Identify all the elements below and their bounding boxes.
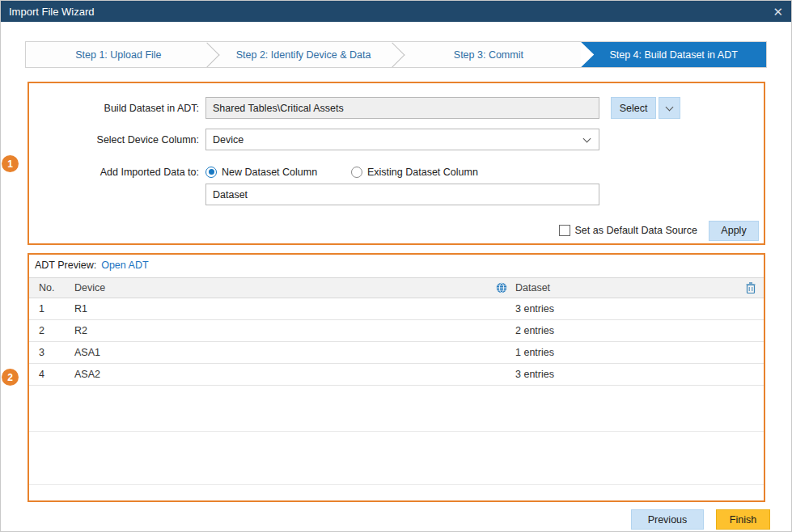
section1-footer: Set as Default Data Source Apply [29,217,764,243]
window-title: Import File Wizard [9,6,94,18]
radio-existing-dataset-column[interactable]: Existing Dataset Column [351,167,478,178]
radio-selected-icon [205,167,217,178]
globe-icon[interactable] [496,282,507,293]
select-dropdown-button[interactable] [659,97,680,119]
cell-device: R2 [74,325,515,336]
wizard-steps: Step 1: Upload File Step 2: Identify Dev… [25,41,767,68]
import-file-wizard-dialog: { "window": { "title": "Import File Wiza… [0,0,792,532]
step-4-build-dataset-adt[interactable]: Step 4: Build Dataset in ADT [581,42,766,67]
table-row[interactable]: 1 R1 3 entries [29,298,764,320]
header-dataset: Dataset [515,282,764,293]
device-column-value: Device [213,134,244,146]
radio-new-dataset-column[interactable]: New Dataset Column [205,167,351,178]
radio-new-label: New Dataset Column [222,167,317,178]
header-device-label: Device [74,282,105,293]
chevron-down-icon [583,135,591,143]
add-imported-label: Add Imported Data to: [29,167,205,178]
cell-device: ASA1 [74,347,515,358]
table-row[interactable]: 2 R2 2 entries [29,320,764,342]
previous-button[interactable]: Previous [631,509,704,530]
table-empty-area [29,432,764,485]
step-label: Step 4: Build Dataset in ADT [609,49,737,61]
device-column-select[interactable]: Device [205,129,599,150]
step-label: Step 3: Commit [454,49,523,61]
device-column-label: Select Device Column: [29,134,205,146]
adt-table: No. Device Dataset [29,277,764,500]
cell-dataset: 3 entries [515,303,764,315]
select-button[interactable]: Select [611,97,656,119]
dataset-name-input[interactable] [205,184,599,205]
step-1-upload-file[interactable]: Step 1: Upload File [26,42,211,67]
adt-preview-header: ADT Preview: Open ADT [35,260,149,271]
checkbox-icon [559,225,570,236]
adt-preview-section: ADT Preview: Open ADT No. Device Dat [28,253,765,502]
table-empty-area [29,386,764,432]
table-row[interactable]: 3 ASA1 1 entries [29,342,764,364]
trash-icon[interactable] [746,282,756,293]
adt-preview-label: ADT Preview: [35,260,96,271]
chevron-down-icon [666,103,674,111]
build-dataset-section: Build Dataset in ADT: Select Select Devi… [28,82,765,245]
section-2-badge: 2 [2,369,19,386]
build-dataset-label: Build Dataset in ADT: [29,103,205,114]
apply-button[interactable]: Apply [709,221,759,241]
open-adt-link[interactable]: Open ADT [101,260,148,271]
add-imported-row: Add Imported Data to: New Dataset Column… [29,161,764,183]
header-dataset-label: Dataset [515,282,550,293]
section-1-badge: 1 [2,155,19,172]
header-no: No. [29,282,74,293]
default-data-source-checkbox[interactable]: Set as Default Data Source [559,225,697,236]
build-dataset-path-input[interactable] [205,97,599,119]
radio-unselected-icon [351,167,362,178]
step-label: Step 1: Upload File [75,49,161,61]
radio-existing-label: Existing Dataset Column [367,167,478,178]
device-column-row: Select Device Column: Device [29,129,764,150]
step-2-identify-device-data[interactable]: Step 2: Identify Device & Data [211,42,396,67]
titlebar: Import File Wizard ✕ [1,1,791,22]
build-dataset-row: Build Dataset in ADT: Select [29,97,764,119]
cell-dataset: 2 entries [515,325,764,336]
cell-no: 2 [29,325,74,336]
default-source-label: Set as Default Data Source [575,225,697,236]
finish-button[interactable]: Finish [716,509,770,530]
cell-no: 1 [29,303,74,315]
cell-no: 4 [29,369,74,380]
cell-no: 3 [29,347,74,358]
cell-dataset: 1 entries [515,347,764,358]
cell-device: R1 [74,303,515,315]
close-icon[interactable]: ✕ [773,6,783,18]
adt-table-body: 1 R1 3 entries 2 R2 2 entries 3 ASA1 1 e… [29,298,764,386]
step-3-commit[interactable]: Step 3: Commit [396,42,582,67]
cell-dataset: 3 entries [515,369,764,380]
table-row[interactable]: 4 ASA2 3 entries [29,364,764,386]
header-device: Device [74,282,515,293]
step-label: Step 2: Identify Device & Data [236,49,371,61]
dataset-name-row [29,184,764,205]
cell-device: ASA2 [74,369,515,380]
adt-table-header: No. Device Dataset [29,277,764,298]
